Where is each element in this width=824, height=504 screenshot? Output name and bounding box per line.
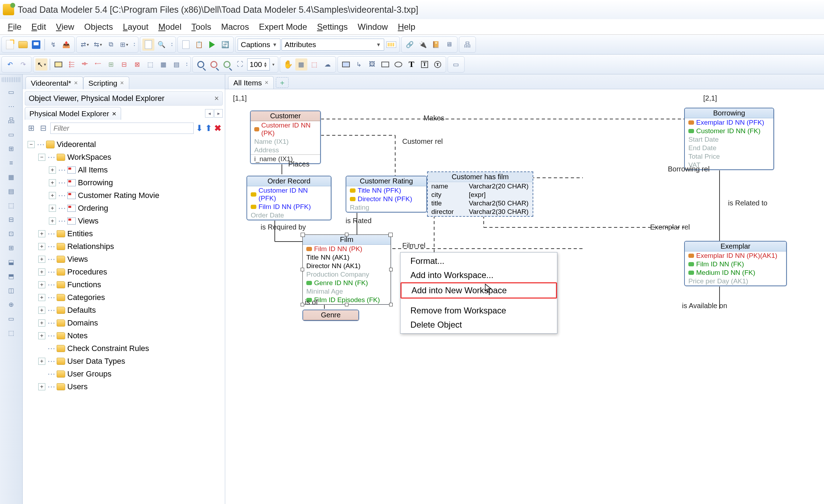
menu-layout[interactable]: Layout: [123, 22, 148, 32]
tb-a4[interactable]: ⊞▾: [118, 39, 130, 51]
menu-edit[interactable]: Edit: [32, 22, 46, 32]
tree-toggle[interactable]: +: [38, 268, 45, 276]
tb-a2[interactable]: ⇆▾: [92, 39, 104, 51]
tree-toggle[interactable]: −: [38, 154, 45, 161]
tree-item-workspace[interactable]: +⋯Views: [49, 215, 222, 227]
entity-tool[interactable]: [52, 58, 64, 70]
close-icon[interactable]: ×: [74, 79, 78, 87]
entity-exemplar[interactable]: Exemplar Exemplar ID NN (PK)(AK1) Film I…: [684, 241, 787, 286]
tree-toggle[interactable]: +: [49, 205, 56, 212]
tree-item-folder[interactable]: +⋯Defaults: [38, 304, 222, 317]
tree-expand-icon[interactable]: ⊞: [26, 123, 36, 133]
entity-borrowing[interactable]: Borrowing Exemplar ID NN (PFK) Customer …: [684, 108, 774, 170]
tree-toggle[interactable]: +: [38, 319, 45, 327]
shape1-button[interactable]: [340, 58, 352, 70]
tree-toggle[interactable]: +: [38, 256, 45, 263]
tree-toggle[interactable]: +: [49, 179, 56, 186]
rail-8[interactable]: ▤: [5, 186, 18, 197]
tree-item-workspace[interactable]: +⋯All Items: [49, 164, 222, 176]
rail-18[interactable]: ⬚: [5, 327, 18, 339]
entity-genre[interactable]: Genre: [302, 310, 359, 321]
rail-14[interactable]: ⬒: [5, 271, 18, 282]
connect-button[interactable]: ↯: [47, 39, 59, 51]
close-icon[interactable]: ×: [265, 79, 269, 86]
menu-settings[interactable]: Settings: [317, 22, 348, 32]
tree-toggle[interactable]: −: [28, 141, 35, 148]
tb-b1[interactable]: [142, 39, 154, 51]
menu-tools[interactable]: Tools: [191, 22, 211, 32]
menu-macros[interactable]: Macros: [221, 22, 249, 32]
tb-end[interactable]: ▭: [450, 58, 462, 70]
tree-item-folder[interactable]: +⋯Entities: [38, 227, 222, 240]
rel3-tool[interactable]: ⬳: [92, 58, 104, 70]
tree-item-folder[interactable]: +⋯Categories: [38, 291, 222, 304]
rail-10[interactable]: ⊟: [5, 214, 18, 225]
rect-button[interactable]: [379, 58, 391, 70]
rel8-tool[interactable]: ▦: [157, 58, 169, 70]
rel1-tool[interactable]: ⬱: [66, 58, 78, 70]
tree-toggle[interactable]: +: [38, 230, 45, 237]
captions-combo[interactable]: Captions▼: [238, 39, 280, 51]
doc-tab-scripting[interactable]: Scripting ×: [83, 77, 129, 89]
export-button[interactable]: 📤: [60, 39, 72, 51]
tb-d4[interactable]: 🖥: [443, 39, 455, 51]
rail-15[interactable]: ◫: [5, 285, 18, 296]
rail-11[interactable]: ⊡: [5, 228, 18, 239]
shape2-button[interactable]: ↳: [353, 58, 365, 70]
explorer-tab[interactable]: Physical Model Explorer ×: [25, 107, 121, 120]
tb-d3[interactable]: 📔: [430, 39, 442, 51]
diagram-canvas[interactable]: [1,1] [2,1]: [225, 89, 824, 504]
menu-view[interactable]: View: [56, 22, 74, 32]
add-tab-button[interactable]: ＋: [276, 77, 289, 88]
tree-item-folder[interactable]: +⋯Views: [38, 253, 222, 266]
menu-item-add-into-new-workspace[interactable]: Add into New Workspace: [400, 282, 557, 299]
entity-customer[interactable]: Customer Customer ID NN (PK) Name (IX1) …: [250, 111, 321, 164]
tv1-button[interactable]: ▦: [295, 58, 307, 70]
rail-1[interactable]: ▭: [5, 86, 18, 98]
rail-12[interactable]: ⊞: [5, 242, 18, 254]
text-button[interactable]: T: [405, 58, 417, 70]
tb-d2[interactable]: 🔌: [417, 39, 429, 51]
rel4-tool[interactable]: ⊞: [105, 58, 117, 70]
tb-e1[interactable]: 品: [461, 39, 473, 51]
nav-prev[interactable]: ◂: [205, 109, 214, 118]
tb-c4[interactable]: 🔄: [219, 39, 231, 51]
tree-item-folder[interactable]: +⋯Procedures: [38, 266, 222, 278]
rail-17[interactable]: ▭: [5, 313, 18, 324]
undo-button[interactable]: ↶: [4, 58, 16, 70]
filter-clear-icon[interactable]: ✖: [214, 123, 221, 133]
menu-help[interactable]: Help: [398, 22, 415, 32]
rail-5[interactable]: ⊞: [5, 143, 18, 154]
tree-toggle[interactable]: +: [38, 307, 45, 314]
tree-collapse-icon[interactable]: ⊟: [38, 123, 48, 133]
tree-item-folder[interactable]: +⋯Users: [38, 380, 222, 393]
open-button[interactable]: [17, 39, 29, 51]
tree-item-folder[interactable]: ⋯Check Constraint Rules: [38, 342, 222, 355]
tree-item-workspace[interactable]: +⋯Ordering: [49, 202, 222, 215]
tb-a3[interactable]: ⧉: [105, 39, 117, 51]
tb-d1[interactable]: 🔗: [404, 39, 416, 51]
attributes-combo[interactable]: Attributes▼: [282, 39, 384, 51]
rel2-tool[interactable]: ⬲: [79, 58, 91, 70]
zoomin-button[interactable]: [221, 58, 233, 70]
img-button[interactable]: 🖼: [366, 58, 378, 70]
entity-film[interactable]: Film Film ID NN (PK) Title NN (AK1) Dire…: [302, 234, 391, 305]
textbox-button[interactable]: T: [419, 58, 431, 70]
tree-item-workspace[interactable]: +⋯Customer Rating Movie: [49, 189, 222, 202]
tv2-button[interactable]: ⬚: [308, 58, 320, 70]
zoomfit-button[interactable]: ⛶: [234, 58, 246, 70]
tree-item-folder[interactable]: +⋯User Data Types: [38, 355, 222, 368]
tb-b2[interactable]: 🔍: [155, 39, 167, 51]
tree-toggle[interactable]: +: [38, 281, 45, 288]
menu-file[interactable]: File: [8, 22, 22, 32]
menu-expert-mode[interactable]: Expert Mode: [259, 22, 307, 32]
rail-2[interactable]: ⋯: [5, 101, 18, 112]
tree-toggle[interactable]: +: [38, 358, 45, 365]
zoom-input[interactable]: 100▲▼: [247, 58, 270, 70]
menu-item-add-into-workspace[interactable]: Add into Workspace...: [400, 268, 557, 282]
rail-3[interactable]: 品: [5, 115, 18, 126]
ellipse-button[interactable]: [392, 58, 404, 70]
rail-9[interactable]: ⬚: [5, 200, 18, 211]
tb-c1[interactable]: [180, 39, 192, 51]
tree-item-folder[interactable]: ⋯User Groups: [38, 368, 222, 380]
